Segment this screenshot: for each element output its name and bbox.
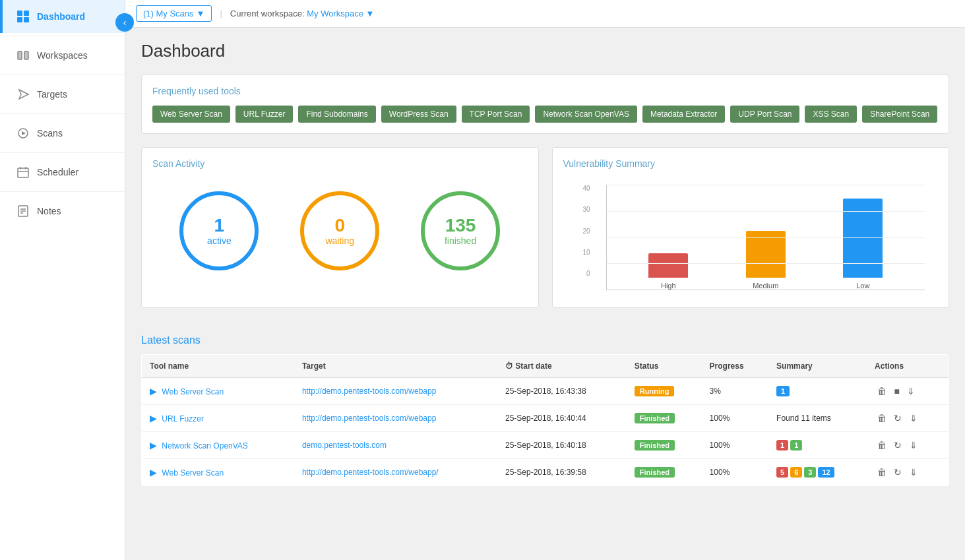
tool-network-scan-openvas[interactable]: Network Scan OpenVAS: [535, 106, 637, 123]
sidebar-item-targets[interactable]: Targets: [0, 78, 125, 111]
y-label-40: 40: [583, 185, 590, 192]
row3-delete-button[interactable]: 🗑: [875, 439, 889, 452]
tool-find-subdomains[interactable]: Find Subdomains: [298, 106, 375, 123]
play-icon: ▶: [150, 386, 157, 396]
row3-download-button[interactable]: ⇓: [907, 439, 920, 452]
tool-xss-scan[interactable]: XSS Scan: [805, 106, 857, 123]
sidebar-item-label-targets: Targets: [37, 89, 67, 100]
divider-5: [0, 191, 125, 192]
sidebar-item-label-workspaces: Workspaces: [37, 50, 88, 61]
row3-target-link[interactable]: demo.pentest-tools.com: [302, 441, 387, 450]
sidebar-item-label-scans: Scans: [37, 128, 63, 139]
row4-summary-badges: 5 6 3 12: [776, 467, 859, 478]
row3-summary-badges: 1 1: [776, 440, 859, 451]
row4-tool-link[interactable]: Web Server Scan: [162, 468, 224, 478]
page-title: Dashboard: [141, 41, 949, 61]
sidebar-item-dashboard[interactable]: Dashboard: [0, 0, 125, 33]
row1-target-link[interactable]: http://demo.pentest-tools.com/webapp: [302, 387, 436, 396]
divider-2: [0, 75, 125, 75]
row4-badge-green: 3: [804, 467, 816, 478]
tool-web-server-scan[interactable]: Web Server Scan: [152, 106, 230, 123]
waiting-label: waiting: [325, 235, 354, 246]
bar-low-label: Low: [856, 282, 869, 290]
row2-download-button[interactable]: ⇓: [907, 412, 920, 425]
y-axis-labels: 40 30 20 10 0: [583, 185, 594, 277]
col-start-date: ⏱ Start date: [497, 355, 627, 378]
row2-status: Finished: [627, 405, 702, 432]
row4-status-badge: Finished: [635, 467, 675, 478]
workspace-name[interactable]: My Workspace ▼: [307, 9, 374, 18]
row1-download-button[interactable]: ⇓: [904, 385, 918, 398]
row3-tool-link[interactable]: Network Scan OpenVAS: [162, 441, 248, 451]
row3-badge-green: 1: [790, 440, 802, 451]
svg-marker-6: [19, 90, 28, 99]
col-progress: Progress: [702, 355, 768, 378]
tool-wordpress-scan[interactable]: WordPress Scan: [381, 106, 456, 123]
my-scans-button[interactable]: (1) My Scans ▼: [136, 5, 212, 22]
play-icon: ▶: [150, 413, 157, 423]
sidebar: ‹ Dashboard Workspaces: [0, 0, 125, 560]
row1-progress: 3%: [702, 378, 768, 405]
row2-target-link[interactable]: http://demo.pentest-tools.com/webapp: [302, 414, 436, 423]
bar-low: Low: [843, 199, 883, 290]
row4-target: http://demo.pentest-tools.com/webapp/: [294, 459, 497, 486]
row1-stop-button[interactable]: ■: [891, 385, 902, 398]
sidebar-item-label-dashboard: Dashboard: [37, 11, 85, 22]
row4-summary: 5 6 3 12: [768, 459, 867, 486]
row4-tool: ▶ Web Server Scan: [142, 459, 294, 486]
vulnerability-chart-area: 40 30 20 10 0: [563, 178, 939, 297]
row1-status: Running: [627, 378, 702, 405]
row2-delete-button[interactable]: 🗑: [875, 412, 889, 425]
sidebar-item-label-scheduler: Scheduler: [37, 167, 78, 177]
tool-udp-port-scan[interactable]: UDP Port Scan: [730, 106, 799, 123]
y-label-30: 30: [583, 206, 590, 213]
tool-url-fuzzer[interactable]: URL Fuzzer: [235, 106, 294, 123]
row1-delete-button[interactable]: 🗑: [875, 385, 889, 398]
row3-date: 25-Sep-2018, 16:40:18: [497, 432, 627, 459]
bar-high-label: High: [661, 282, 676, 290]
sidebar-item-scans[interactable]: Scans: [0, 117, 125, 150]
scheduler-icon: [16, 165, 30, 179]
activity-summary-row: Scan Activity 1 active 0 waiting: [141, 147, 949, 321]
sidebar-item-notes[interactable]: Notes: [0, 195, 125, 228]
row2-rerun-button[interactable]: ↻: [891, 412, 904, 425]
tool-metadata-extractor[interactable]: Metadata Extractor: [642, 106, 725, 123]
sidebar-item-workspaces[interactable]: Workspaces: [0, 39, 125, 72]
tool-sharepoint-scan[interactable]: SharePoint Scan: [862, 106, 937, 123]
col-tool-name: Tool name: [142, 355, 294, 378]
latest-scans-title: Latest scans: [141, 334, 949, 346]
sidebar-collapse-button[interactable]: ‹: [115, 13, 134, 32]
scans-table-header: Tool name Target ⏱ Start date Status Pro…: [142, 355, 949, 378]
row2-target: http://demo.pentest-tools.com/webapp: [294, 405, 497, 432]
row4-badge-orange: 6: [790, 467, 802, 478]
row4-delete-button[interactable]: 🗑: [875, 466, 889, 479]
row3-actions: 🗑 ↻ ⇓: [867, 432, 949, 459]
gridline-40: [607, 185, 925, 185]
bar-medium-label: Medium: [753, 282, 778, 290]
waiting-circle: 0 waiting: [300, 191, 379, 270]
waiting-count: 0: [334, 216, 345, 236]
row3-rerun-button[interactable]: ↻: [891, 439, 904, 452]
main-area: (1) My Scans ▼ | Current workspace: My W…: [125, 0, 965, 560]
row2-summary: Found 11 items: [768, 405, 867, 432]
row4-download-button[interactable]: ⇓: [907, 466, 920, 479]
active-circle: 1 active: [179, 191, 259, 270]
row2-tool-link[interactable]: URL Fuzzer: [162, 414, 204, 423]
row1-tool-link[interactable]: Web Server Scan: [162, 387, 224, 396]
row3-target: demo.pentest-tools.com: [294, 432, 497, 459]
sidebar-item-scheduler[interactable]: Scheduler: [0, 156, 125, 189]
svg-rect-0: [17, 11, 22, 16]
row3-progress: 100%: [702, 432, 768, 459]
notes-icon: [16, 204, 30, 218]
row4-actions: 🗑 ↻ ⇓: [867, 459, 949, 486]
row4-rerun-button[interactable]: ↻: [891, 466, 904, 479]
table-row: ▶ URL Fuzzer http://demo.pentest-tools.c…: [142, 405, 949, 432]
frequently-used-tools-card: Frequently used tools Web Server Scan UR…: [141, 75, 949, 134]
row4-date: 25-Sep-2018, 16:39:58: [497, 459, 627, 486]
waiting-circle-item: 0 waiting: [300, 191, 379, 270]
svg-rect-9: [18, 168, 28, 177]
divider-4: [0, 152, 125, 153]
row4-target-link[interactable]: http://demo.pentest-tools.com/webapp/: [302, 468, 439, 477]
tool-tcp-port-scan[interactable]: TCP Port Scan: [462, 106, 530, 123]
workspace-label: Current workspace:: [230, 9, 305, 18]
